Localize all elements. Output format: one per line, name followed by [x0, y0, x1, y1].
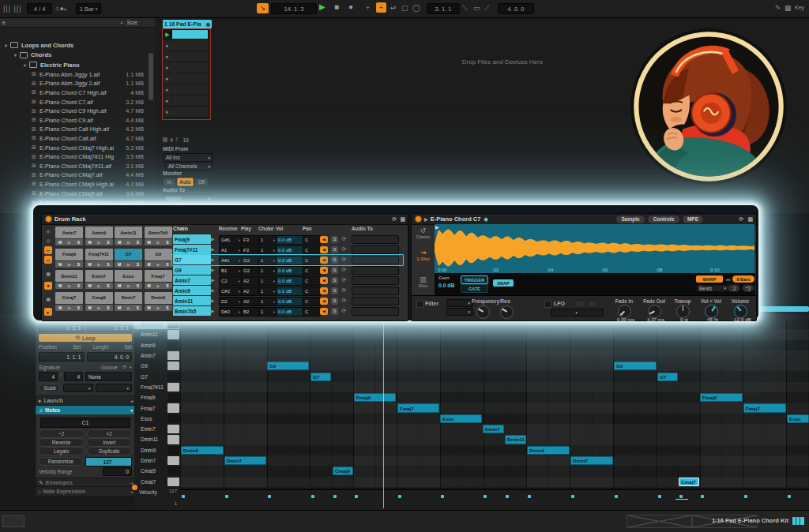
hot-swap-icon[interactable]: ⟳: [392, 216, 397, 223]
lfo-rate-field[interactable]: [578, 309, 604, 317]
highlight-scale-button[interactable]: [132, 485, 137, 490]
chain-audio-to-field[interactable]: [352, 245, 399, 254]
clip-block[interactable]: [172, 30, 208, 39]
scale-name-select[interactable]: ▾: [96, 384, 132, 392]
track-stop-all-icon[interactable]: [163, 137, 167, 142]
chain-choke-group[interactable]: 1▾: [258, 266, 277, 275]
chain-solo-button[interactable]: S: [331, 287, 338, 294]
midi-note-Dmin7[interactable]: Dmin7: [224, 456, 266, 465]
track-fold-icon[interactable]: ◉: [206, 21, 210, 27]
crossfade-a-curve[interactable]: [627, 515, 692, 528]
chain-receive-note[interactable]: B1▾: [219, 266, 243, 275]
legato-button[interactable]: Legato: [39, 447, 85, 455]
midi-note-Fmaj7[interactable]: Fmaj7: [743, 403, 786, 412]
automation-arm-icon[interactable]: ⌁: [376, 2, 386, 13]
tab-controls[interactable]: Controls: [647, 215, 680, 224]
chain-activator-button[interactable]: ◀: [320, 298, 328, 305]
mode-tab-slice[interactable]: ▥ Slice: [412, 275, 434, 288]
midi-channel-select[interactable]: All Channels▾: [165, 162, 213, 170]
chain-receive-note[interactable]: C#2▾: [219, 287, 243, 296]
midi-note-Cmaj7[interactable]: Cmaj7: [679, 478, 699, 486]
velocity-lane[interactable]: [180, 489, 809, 510]
loop-start-field[interactable]: 3. 1. 1: [427, 3, 460, 14]
clip-end-field[interactable]: 2. 1. 1: [87, 323, 133, 332]
chain-play-note[interactable]: A2: [241, 297, 260, 306]
chain-play-note[interactable]: A2: [241, 287, 260, 296]
stop-clip-icon[interactable]: ●: [165, 76, 168, 81]
sample-start-marker[interactable]: ▶: [435, 224, 439, 230]
device-on-led[interactable]: [415, 215, 422, 223]
velocity-marker[interactable]: [788, 495, 791, 498]
computer-midi-keyboard-icon[interactable]: ▦: [785, 3, 792, 13]
chain-play-note[interactable]: F3: [241, 235, 260, 245]
chain-activator-button[interactable]: ◀: [320, 236, 328, 243]
audio-to-select[interactable]: Master▾: [163, 194, 213, 203]
chain-audio-to-field[interactable]: [352, 307, 399, 316]
session-record-icon[interactable]: ◯: [412, 3, 420, 13]
chain-hot-swap-icon[interactable]: ⟳: [341, 277, 348, 284]
chain-play-note[interactable]: A2: [241, 276, 260, 286]
chain-activator-button[interactable]: ◀: [320, 277, 328, 284]
sample-hot-swap-icon[interactable]: ◈: [484, 216, 487, 223]
groove-pool-button[interactable]: [2, 515, 24, 527]
chain-hot-swap-icon[interactable]: ⟳: [341, 236, 348, 243]
velocity-marker[interactable]: [333, 495, 337, 498]
midi-note-Fmaj9[interactable]: Fmaj9: [354, 393, 396, 402]
velocity-marker[interactable]: [441, 495, 444, 498]
frequency-knob[interactable]: [476, 305, 490, 319]
velocity-marker[interactable]: [355, 495, 358, 498]
simpler-title-bar[interactable]: ▶ E-Piano Chord C7 ◈ Sample Controls MPE…: [412, 214, 756, 225]
transpose-pitch-field[interactable]: C1: [40, 418, 130, 428]
midi-keyboard-icon[interactable]: [792, 517, 804, 525]
stop-clip-icon[interactable]: ●: [165, 87, 168, 92]
chain-hot-swap-icon[interactable]: ⟳: [341, 267, 348, 274]
chain-row[interactable]: ▶C#2▾A21▾0.0 dBC◀S⟳: [42, 286, 408, 295]
chain-receive-note[interactable]: G#1▾: [219, 235, 243, 245]
velocity-marker[interactable]: [528, 495, 531, 498]
chain-receive-note[interactable]: D#2▾: [219, 307, 243, 317]
midi-note-G7[interactable]: G7: [310, 373, 331, 381]
chain-receive-note[interactable]: D2▾: [219, 297, 243, 306]
velocity-marker[interactable]: [506, 495, 509, 498]
chain-volume[interactable]: 0.0 dB: [276, 287, 304, 296]
hot-swap-icon[interactable]: ⟳: [739, 216, 743, 223]
browser-file-row[interactable]: ⊞E-Piano Chord CMaj7#11.aif3.1 MB: [0, 161, 149, 170]
velocity-marker[interactable]: [658, 495, 661, 498]
midi-note-Dmin7[interactable]: Dmin7: [570, 456, 613, 465]
browser-folder-row[interactable]: ▾Electric Piano: [0, 60, 149, 70]
monitor-off-button[interactable]: Off: [194, 178, 209, 186]
res-knob[interactable]: [500, 305, 514, 319]
browser-scrollbar[interactable]: [149, 53, 153, 100]
chain-play-icon[interactable]: ▶: [211, 308, 215, 313]
chain-solo-button[interactable]: S: [331, 246, 338, 253]
filter-slope-select[interactable]: ▾: [446, 308, 473, 316]
chain-volume[interactable]: 0.0 dB: [276, 307, 304, 317]
stop-clip-icon[interactable]: ●: [165, 98, 168, 103]
key-row-Fmaj7#11[interactable]: Fmaj7#11: [134, 382, 180, 392]
velocity-marker[interactable]: [182, 495, 185, 498]
punch-out-icon[interactable]: ⟋: [484, 3, 489, 13]
trigger-button[interactable]: TRIGGER: [461, 275, 488, 284]
chain-play-note[interactable]: G2: [241, 266, 260, 275]
key-row-Cmaj7[interactable]: Cmaj7: [134, 477, 180, 487]
chain-solo-button[interactable]: S: [331, 236, 338, 243]
warp-button[interactable]: WARP: [696, 275, 723, 283]
gain-value[interactable]: 0.0 dB: [438, 283, 454, 288]
chain-pan[interactable]: C: [303, 297, 321, 306]
key-row-Dmin7[interactable]: Dmin7: [134, 455, 180, 466]
notes-section-header[interactable]: ♫ Notes ▾: [36, 405, 135, 414]
chain-audio-to-field[interactable]: [352, 297, 399, 305]
key-row-Fmaj9[interactable]: Fmaj9: [134, 392, 180, 403]
browser-folder-row[interactable]: ▾Chords: [0, 51, 149, 61]
play-button[interactable]: ▶: [319, 2, 325, 11]
midi-note-Fmaj7[interactable]: Fmaj7: [397, 403, 439, 412]
chain-row[interactable]: ▶G#1▾F31▾0.0 dBC◀S⟳: [42, 234, 408, 244]
key-row-Amin7[interactable]: Amin7: [134, 350, 180, 361]
browser-name-header[interactable]: e: [2, 20, 6, 25]
chain-row[interactable]: ▶D#2▾B21▾0.0 dBC◀S⟳: [42, 306, 408, 316]
quantize-menu[interactable]: 1 Bar▾: [76, 3, 101, 14]
browser-file-row[interactable]: ⊞E-Piano Abm Jiggy 1.aif1.1 MB: [0, 70, 149, 80]
chain-solo-button[interactable]: S: [331, 267, 338, 274]
note-expression-section-header[interactable]: ♯ Note Expression ◂: [36, 486, 135, 496]
scale-root-select[interactable]: ▾: [63, 384, 93, 392]
